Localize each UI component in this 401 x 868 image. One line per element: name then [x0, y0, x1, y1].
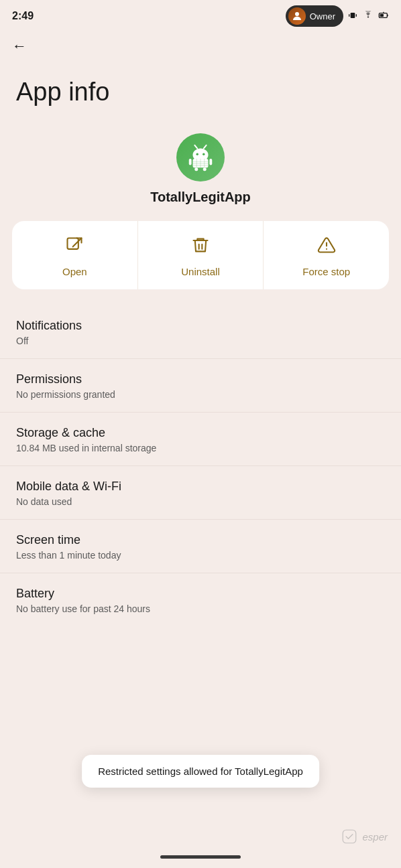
battery-subtitle: No battery use for past 24 hours — [16, 603, 385, 614]
storage-row[interactable]: Storage & cache 10.84 MB used in interna… — [0, 413, 401, 466]
page-title-section: App info — [0, 59, 401, 123]
force-stop-icon — [317, 236, 336, 259]
app-header: TotallyLegitApp — [0, 123, 401, 221]
uninstall-icon — [191, 236, 210, 259]
snackbar-text: Restricted settings allowed for TotallyL… — [98, 766, 303, 777]
uninstall-label: Uninstall — [181, 266, 220, 277]
svg-rect-29 — [343, 830, 357, 843]
permissions-title: Permissions — [16, 372, 385, 386]
status-bar: 2:49 Owner — [0, 0, 401, 29]
svg-rect-10 — [189, 159, 192, 165]
back-button[interactable]: ← — [0, 29, 401, 59]
esper-text: esper — [362, 831, 388, 843]
snackbar: Restricted settings allowed for TotallyL… — [82, 755, 319, 788]
home-indicator[interactable] — [160, 855, 241, 859]
svg-rect-12 — [194, 167, 198, 171]
svg-rect-11 — [209, 159, 212, 165]
battery-status-icon — [378, 10, 389, 23]
force-stop-button[interactable]: Force stop — [263, 221, 389, 289]
mobile-data-row[interactable]: Mobile data & Wi-Fi No data used — [0, 466, 401, 520]
uninstall-button[interactable]: Uninstall — [137, 221, 264, 289]
storage-subtitle: 10.84 MB used in internal storage — [16, 443, 385, 453]
mobile-data-subtitle: No data used — [16, 496, 385, 507]
permissions-row[interactable]: Permissions No permissions granted — [0, 359, 401, 413]
storage-title: Storage & cache — [16, 426, 385, 440]
screen-time-subtitle: Less than 1 minute today — [16, 550, 385, 561]
app-name: TotallyLegitApp — [150, 190, 251, 205]
svg-line-16 — [194, 145, 197, 149]
open-icon — [65, 236, 84, 259]
app-icon — [176, 133, 225, 182]
open-button[interactable]: Open — [12, 221, 137, 289]
svg-rect-5 — [387, 14, 388, 16]
svg-rect-6 — [380, 14, 384, 17]
force-stop-label: Force stop — [302, 266, 350, 277]
screen-time-row[interactable]: Screen time Less than 1 minute today — [0, 520, 401, 573]
esper-logo: esper — [341, 828, 388, 845]
svg-rect-2 — [349, 14, 349, 17]
esper-logo-icon — [341, 828, 358, 845]
svg-line-17 — [204, 145, 207, 149]
permissions-subtitle: No permissions granted — [16, 389, 385, 400]
wifi-icon — [362, 11, 374, 22]
screen-time-title: Screen time — [16, 533, 385, 547]
notifications-row[interactable]: Notifications Off — [0, 305, 401, 359]
page-title: App info — [16, 78, 385, 106]
svg-point-0 — [295, 12, 299, 16]
svg-rect-1 — [351, 13, 355, 18]
status-icons: Owner — [286, 5, 389, 27]
owner-label: Owner — [310, 11, 335, 21]
notifications-subtitle: Off — [16, 336, 385, 346]
open-label: Open — [62, 266, 87, 277]
battery-row[interactable]: Battery No battery use for past 24 hours — [0, 573, 401, 626]
action-row: Open Uninstall Force stop — [12, 221, 389, 289]
status-time: 2:49 — [12, 10, 34, 22]
info-list: Notifications Off Permissions No permiss… — [0, 305, 401, 626]
vibrate-icon — [347, 10, 358, 23]
svg-rect-13 — [203, 167, 207, 171]
battery-title: Battery — [16, 587, 385, 601]
android-robot-svg — [185, 142, 216, 173]
svg-point-15 — [203, 153, 205, 155]
mobile-data-title: Mobile data & Wi-Fi — [16, 480, 385, 494]
back-arrow: ← — [12, 38, 27, 54]
svg-point-14 — [196, 153, 198, 155]
notifications-title: Notifications — [16, 319, 385, 333]
svg-rect-3 — [356, 14, 357, 17]
owner-avatar — [288, 7, 306, 25]
owner-pill[interactable]: Owner — [286, 5, 343, 27]
